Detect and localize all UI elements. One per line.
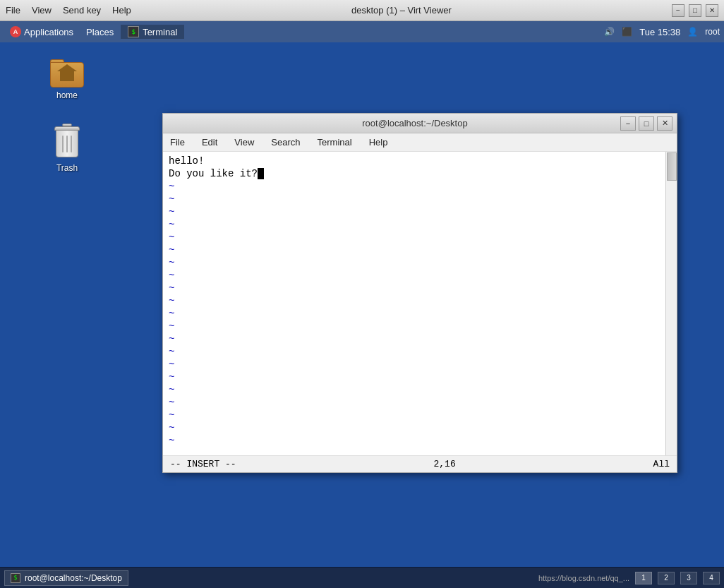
tmenu-terminal[interactable]: Terminal [315,136,355,149]
vim-line-8: ~ [169,244,660,256]
vim-editor[interactable]: hello! Do you like it? ~ ~ ~ ~ ~ ~ ~ ~ ~… [163,152,665,455]
vim-line-10: ~ [169,269,660,282]
trash-body [56,131,78,157]
maximize-button[interactable]: □ [689,4,701,17]
vim-line-1: hello! [169,155,660,167]
vim-line-15: ~ [169,332,660,345]
desktop-icon-trash[interactable]: Trash [39,124,95,176]
terminal-win-controls: − □ ✕ [620,116,672,131]
pager-btn-2[interactable]: 2 [658,572,675,584]
taskbar-right: https://blog.csdn.net/qq_... 1 2 3 4 [538,572,720,584]
menu-help[interactable]: Help [112,5,131,16]
taskbar-url: https://blog.csdn.net/qq_... [538,574,629,582]
taskbar-left: $ root@localhost:~/Desktop [4,570,128,586]
gnome-panel-left: A Applications Places $ Terminal [4,25,184,39]
menu-file[interactable]: File [6,5,20,16]
vim-line-7: ~ [169,231,660,244]
vim-line-17: ~ [169,358,660,371]
taskbar-item-label: root@localhost:~/Desktop [25,573,122,583]
window-title: desktop (1) – Virt Viewer [131,5,672,16]
trash-handle [62,124,72,126]
vim-cursor [258,168,264,179]
places-label: Places [86,27,114,37]
vim-line-12: ~ [169,294,660,307]
terminal-tab[interactable]: $ Terminal [121,25,184,39]
window-controls: − □ ✕ [672,4,718,17]
tmenu-file[interactable]: File [167,136,188,149]
applications-menu[interactable]: A Applications [4,25,79,39]
gnome-panel-right: 🔊 ⬛ Tue 15:38 👤 root [604,27,720,37]
vim-line-19: ~ [169,383,660,396]
vim-line-20: ~ [169,396,660,409]
vim-line-3: ~ [169,180,660,193]
user-label[interactable]: root [705,27,720,37]
scrollbar[interactable] [665,152,677,455]
terminal-close[interactable]: ✕ [657,116,672,131]
vim-line-5: ~ [169,205,660,218]
trash-line-1 [62,136,64,152]
vim-line-13: ~ [169,307,660,320]
taskbar-item-icon: $ [11,573,20,583]
pager-btn-1[interactable]: 1 [635,572,652,584]
user-icon: 👤 [687,27,698,37]
vim-line-4: ~ [169,193,660,205]
terminal-menubar: File Edit View Search Terminal Help [163,133,677,152]
pager-btn-3[interactable]: 3 [680,572,697,584]
desktop-icon-home[interactable]: home [39,56,95,103]
vim-line-11: ~ [169,282,660,294]
applications-icon: A [10,26,21,37]
vim-position: 2,16 [434,459,456,469]
vim-statusbar: -- INSERT -- 2,16 All [163,455,677,472]
terminal-tab-label: Terminal [143,27,177,37]
vim-line-23: ~ [169,434,660,447]
vim-line-14: ~ [169,320,660,332]
trash-icon-label: Trash [56,163,78,173]
menu-sendkey[interactable]: Send key [63,5,101,16]
volume-icon[interactable]: 🔊 [604,27,615,37]
home-folder-image [50,59,84,88]
trash-line-3 [71,136,72,152]
terminal-title: root@localhost:~/Desktop [210,118,620,128]
minimize-button[interactable]: − [672,4,684,17]
terminal-titlebar: root@localhost:~/Desktop − □ ✕ [163,114,677,133]
pager-btn-4[interactable]: 4 [703,572,720,584]
vim-scroll: All [653,459,670,469]
vim-line-16: ~ [169,345,660,358]
trash-line-2 [66,136,68,152]
trash-image [53,126,81,160]
desktop: home Trash root@localhost:~/Desktop − □ … [0,42,724,567]
folder-base [50,62,84,88]
vim-line-22: ~ [169,421,660,434]
vim-line-21: ~ [169,409,660,421]
tmenu-view[interactable]: View [231,136,257,149]
gnome-panel: A Applications Places $ Terminal 🔊 ⬛ Tue… [0,21,724,42]
taskbar-terminal-item[interactable]: $ root@localhost:~/Desktop [4,570,128,586]
tmenu-edit[interactable]: Edit [199,136,220,149]
vim-line-9: ~ [169,256,660,269]
taskbar: $ root@localhost:~/Desktop https://blog.… [0,567,724,588]
folder-house [57,64,77,81]
menu-view[interactable]: View [32,5,52,16]
display-icon[interactable]: ⬛ [622,27,632,37]
terminal-maximize[interactable]: □ [639,116,654,131]
vim-line-18: ~ [169,371,660,383]
close-button[interactable]: ✕ [706,4,718,17]
vim-line-6: ~ [169,218,660,231]
terminal-tab-icon: $ [128,26,139,37]
terminal-content[interactable]: hello! Do you like it? ~ ~ ~ ~ ~ ~ ~ ~ ~… [163,152,677,455]
house-body [60,71,74,81]
vim-line-2: Do you like it? [169,167,660,180]
terminal-minimize[interactable]: − [620,116,636,131]
home-icon-label: home [56,90,78,100]
terminal-window: root@localhost:~/Desktop − □ ✕ File Edit… [162,113,677,473]
scrollbar-thumb[interactable] [667,152,677,181]
house-roof [57,64,77,71]
panel-time: Tue 15:38 [639,27,680,37]
window-titlebar: File View Send key Help desktop (1) – Vi… [0,0,724,21]
tmenu-help[interactable]: Help [366,136,391,149]
vim-mode: -- INSERT -- [170,459,236,469]
tmenu-search[interactable]: Search [268,136,303,149]
window-menu: File View Send key Help [6,5,131,16]
places-menu[interactable]: Places [80,25,119,39]
applications-label: Applications [24,27,73,37]
